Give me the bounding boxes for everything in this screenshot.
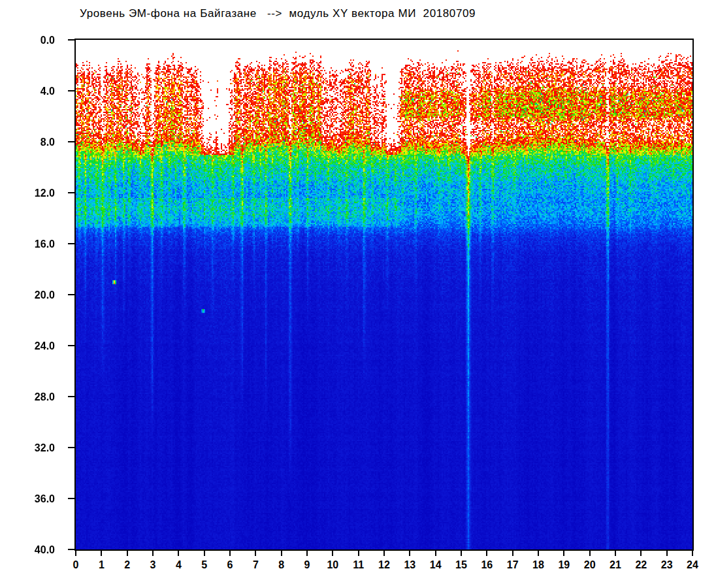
x-tick: [332, 551, 333, 556]
x-tick-label: 22: [628, 559, 654, 571]
y-tick: [68, 447, 74, 448]
x-tick-label: 18: [525, 559, 551, 571]
x-tick: [435, 551, 436, 556]
x-tick-label: 5: [191, 559, 218, 571]
x-tick-label: 9: [294, 559, 320, 571]
x-tick: [306, 551, 308, 556]
x-tick: [666, 551, 668, 556]
y-tick-label: 8.0: [0, 136, 55, 148]
x-tick-label: 2: [114, 559, 140, 571]
x-tick: [512, 551, 513, 556]
y-tick: [68, 243, 74, 244]
x-tick-label: 4: [165, 559, 191, 571]
y-tick-label: 16.0: [0, 238, 55, 250]
y-tick: [68, 192, 74, 193]
x-tick-label: 21: [602, 559, 628, 571]
y-tick-label: 32.0: [0, 442, 55, 454]
x-tick: [255, 551, 256, 556]
y-tick-label: 0.0: [0, 34, 55, 46]
x-tick: [538, 551, 539, 556]
x-tick-label: 11: [346, 559, 372, 571]
x-tick-label: 13: [397, 559, 423, 571]
x-tick: [563, 551, 564, 556]
x-tick: [615, 551, 616, 556]
x-tick: [486, 551, 487, 556]
y-tick-label: 28.0: [0, 391, 55, 403]
y-tick: [68, 141, 74, 142]
x-tick-label: 23: [654, 559, 680, 571]
y-tick-label: 12.0: [0, 187, 55, 199]
x-tick-label: 14: [423, 559, 449, 571]
y-tick: [68, 39, 74, 41]
x-tick-label: 3: [140, 559, 166, 571]
x-tick: [383, 551, 385, 556]
x-tick: [101, 551, 102, 556]
x-tick-label: 8: [268, 559, 295, 571]
x-tick-label: 0: [63, 559, 89, 571]
y-tick-label: 40.0: [0, 544, 55, 556]
x-tick-label: 12: [371, 559, 397, 571]
x-tick-label: 6: [217, 559, 243, 571]
x-tick-label: 20: [577, 559, 603, 571]
x-tick-label: 16: [474, 559, 500, 571]
y-tick: [68, 90, 74, 91]
x-tick-label: 15: [448, 559, 474, 571]
plot-frame: [74, 39, 694, 551]
x-tick: [178, 551, 179, 556]
x-tick-label: 1: [88, 559, 114, 571]
x-tick: [358, 551, 359, 556]
spectrogram-canvas: [76, 40, 692, 549]
y-tick: [68, 498, 74, 499]
x-tick: [281, 551, 282, 556]
y-tick: [68, 294, 74, 295]
y-tick: [68, 549, 74, 550]
chart-title: Уровень ЭМ-фона на Байгазане --> модуль …: [80, 7, 476, 20]
chart-page: Уровень ЭМ-фона на Байгазане --> модуль …: [0, 0, 716, 588]
x-tick: [152, 551, 154, 556]
x-tick: [229, 551, 231, 556]
x-tick-label: 19: [551, 559, 577, 571]
x-tick-label: 17: [500, 559, 526, 571]
x-tick-label: 10: [319, 559, 346, 571]
x-tick: [409, 551, 410, 556]
y-tick: [68, 396, 74, 397]
y-tick-label: 4.0: [0, 85, 55, 97]
x-tick-label: 7: [242, 559, 268, 571]
x-tick: [75, 551, 76, 556]
x-tick: [127, 551, 128, 556]
y-tick-label: 20.0: [0, 289, 55, 301]
y-tick-label: 36.0: [0, 493, 55, 505]
x-tick: [640, 551, 642, 556]
x-tick: [461, 551, 462, 556]
x-tick-label: 24: [679, 559, 706, 571]
y-tick-label: 24.0: [0, 340, 55, 352]
x-tick: [589, 551, 591, 556]
x-tick: [692, 551, 693, 556]
x-tick: [204, 551, 205, 556]
y-tick: [68, 345, 74, 346]
